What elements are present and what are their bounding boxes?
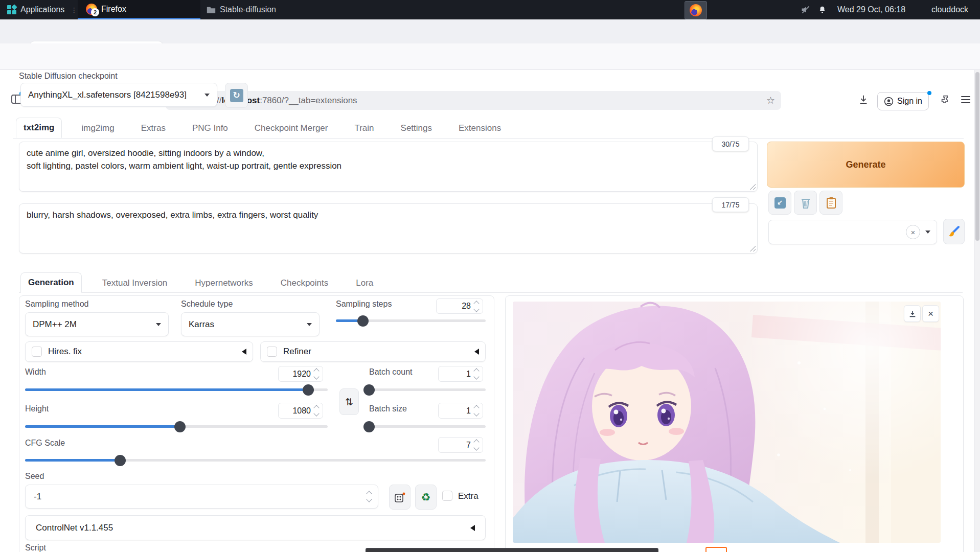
- batch-count-slider[interactable]: [369, 388, 486, 391]
- taskbar-window-firefox[interactable]: 2 Firefox: [78, 0, 200, 19]
- cfg-scale-input[interactable]: [438, 437, 483, 453]
- page-scrollbar[interactable]: [974, 70, 980, 552]
- refiner-checkbox[interactable]: [267, 347, 277, 357]
- hires-fix-checkbox[interactable]: [32, 347, 42, 357]
- slider-handle[interactable]: [115, 455, 126, 466]
- tab-txt2img[interactable]: txt2img: [16, 118, 62, 138]
- width-input[interactable]: [278, 366, 323, 382]
- scrollbar-thumb[interactable]: [975, 72, 979, 241]
- apply-styles-button[interactable]: [819, 191, 842, 215]
- tab-png-info[interactable]: PNG Info: [185, 119, 235, 138]
- account-notification-dot: [927, 91, 931, 95]
- download-image-button[interactable]: [904, 305, 921, 322]
- hires-fix-accordion[interactable]: Hires. fix: [25, 341, 253, 362]
- sign-in-button[interactable]: Sign in: [877, 92, 929, 110]
- stepper-icons[interactable]: [313, 406, 320, 416]
- stepper-icons[interactable]: [313, 369, 320, 379]
- styles-dropdown[interactable]: ×: [768, 220, 937, 244]
- firefox-badge: 2: [91, 8, 99, 16]
- extensions-puzzle-icon[interactable]: [941, 95, 951, 105]
- taskbar-clock[interactable]: Wed 29 Oct, 06:18: [837, 0, 905, 19]
- menu-hamburger-icon[interactable]: [961, 96, 970, 103]
- subtab-hypernetworks[interactable]: Hypernetworks: [188, 273, 260, 293]
- width-slider[interactable]: [25, 388, 328, 391]
- stepper-icons[interactable]: [473, 302, 480, 311]
- applications-menu[interactable]: Applications ⋮: [7, 0, 77, 19]
- height-slider[interactable]: [25, 425, 328, 428]
- checkpoint-label: Stable Diffusion checkpoint: [19, 72, 118, 81]
- checkpoint-dropdown[interactable]: AnythingXL_xl.safetensors [8421598e93]: [20, 83, 217, 107]
- close-preview-button[interactable]: ×: [922, 305, 939, 322]
- generated-image[interactable]: [513, 302, 941, 543]
- slider-handle[interactable]: [357, 315, 369, 327]
- subtab-generation[interactable]: Generation: [20, 272, 82, 293]
- tray-notifications[interactable]: [818, 0, 827, 19]
- seed-input[interactable]: [25, 485, 378, 509]
- chevron-down-icon: [925, 231, 930, 234]
- negative-prompt-textarea[interactable]: blurry, harsh shadows, overexposed, extr…: [19, 204, 757, 253]
- cfg-scale-slider[interactable]: [25, 459, 486, 462]
- downloads-icon[interactable]: [858, 94, 869, 105]
- stepper-icons[interactable]: [366, 492, 373, 501]
- bookmark-star-icon[interactable]: ☆: [766, 95, 775, 106]
- slider-handle[interactable]: [303, 384, 314, 396]
- tab-extras[interactable]: Extras: [134, 119, 173, 138]
- batch-size-slider[interactable]: [369, 425, 486, 428]
- batch-count-input[interactable]: [438, 366, 483, 382]
- checkpoint-value: AnythingXL_xl.safetensors [8421598e93]: [28, 90, 187, 100]
- slider-handle[interactable]: [174, 421, 186, 432]
- tray-volume-muted[interactable]: [801, 0, 811, 19]
- random-seed-button[interactable]: [389, 485, 411, 510]
- sampling-steps-slider[interactable]: [336, 319, 486, 322]
- slider-handle[interactable]: [363, 384, 375, 396]
- slider-handle[interactable]: [363, 421, 375, 432]
- batch-size-label: Batch size: [369, 404, 407, 413]
- trash-icon: [800, 197, 811, 209]
- bell-icon: [818, 5, 827, 14]
- clear-prompt-button[interactable]: [794, 191, 817, 215]
- sampling-steps-input[interactable]: [436, 298, 483, 314]
- prompt-token-counter: 30/75: [712, 136, 749, 151]
- subtab-lora[interactable]: Lora: [349, 273, 380, 293]
- prompt-textarea[interactable]: cute anime girl, oversized hoodie, sitti…: [19, 142, 757, 191]
- subtab-checkpoints[interactable]: Checkpoints: [274, 273, 336, 293]
- paste-generation-params-button[interactable]: ↙: [768, 191, 791, 215]
- gallery-thumbnail-selected[interactable]: [705, 547, 727, 552]
- swap-dimensions-button[interactable]: ⇅: [339, 388, 359, 415]
- paintbrush-icon: [948, 225, 960, 238]
- tab-checkpoint-merger[interactable]: Checkpoint Merger: [247, 119, 335, 138]
- stepper-icons[interactable]: [473, 369, 480, 379]
- applications-label: Applications: [20, 5, 64, 14]
- tray-firefox-launcher[interactable]: [685, 1, 707, 19]
- schedule-type-dropdown[interactable]: Karras: [181, 312, 320, 336]
- batch-size-input[interactable]: [438, 403, 483, 419]
- stepper-icons[interactable]: [473, 440, 480, 450]
- sampling-method-label: Sampling method: [25, 300, 89, 309]
- edit-styles-button[interactable]: [943, 219, 965, 244]
- height-input[interactable]: [278, 403, 323, 419]
- refresh-checkpoints-button[interactable]: ↻: [225, 83, 248, 108]
- controlnet-accordion[interactable]: ControlNet v1.1.455: [25, 515, 486, 540]
- stepper-icons[interactable]: [473, 406, 480, 416]
- arrow-down-left-icon: ↙: [774, 197, 786, 209]
- taskbar-window-stable-diffusion[interactable]: Stable-diffusion: [207, 0, 276, 19]
- subtab-textual-inversion[interactable]: Textual Inversion: [95, 273, 175, 293]
- script-label: Script: [25, 543, 46, 552]
- height-label: Height: [25, 404, 49, 413]
- folder-icon: [207, 6, 216, 14]
- clear-styles-icon[interactable]: ×: [906, 225, 920, 239]
- url-bar[interactable]: http://localhost:7860/?__tab=extensions …: [166, 91, 781, 110]
- tab-img2img[interactable]: img2img: [74, 119, 121, 138]
- generate-button[interactable]: Generate: [767, 142, 965, 188]
- workspace-label: Stable-diffusion: [220, 5, 276, 14]
- sampling-method-dropdown[interactable]: DPM++ 2M: [25, 312, 169, 336]
- tab-settings[interactable]: Settings: [394, 119, 439, 138]
- clipboard-icon: [826, 197, 836, 209]
- tab-extensions[interactable]: Extensions: [451, 119, 508, 138]
- extra-seed-checkbox[interactable]: [442, 491, 452, 501]
- tab-train[interactable]: Train: [347, 119, 381, 138]
- refiner-accordion[interactable]: Refiner: [260, 341, 486, 362]
- taskbar-user: clouddock: [931, 0, 968, 19]
- reuse-seed-button[interactable]: ♻: [415, 485, 437, 510]
- accordion-collapsed-icon: [474, 349, 479, 355]
